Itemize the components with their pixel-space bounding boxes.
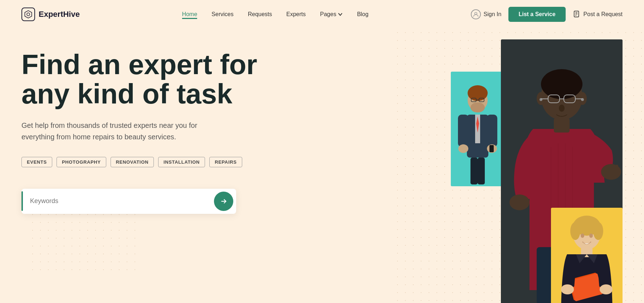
svg-point-10: [470, 102, 485, 112]
svg-rect-42: [615, 165, 618, 172]
nav-pages[interactable]: Pages: [320, 11, 343, 18]
nav-links: Home Services Requests Experts Pages Blo…: [182, 11, 369, 18]
person-yellow-figure: [551, 208, 623, 303]
sign-in-button[interactable]: Sign In: [471, 9, 502, 19]
svg-point-2: [474, 12, 477, 14]
arrow-right-icon: [220, 197, 228, 205]
svg-rect-41: [611, 164, 614, 172]
svg-rect-19: [487, 115, 497, 147]
svg-rect-24: [478, 158, 485, 184]
svg-point-59: [600, 284, 613, 294]
hero-images: [451, 39, 623, 303]
tag-installation[interactable]: INSTALLATION: [158, 157, 205, 167]
svg-rect-22: [489, 145, 494, 152]
svg-point-37: [559, 105, 565, 112]
search-input[interactable]: [23, 197, 214, 205]
hero-title: Find an expert for any kind of task: [21, 50, 301, 109]
hero-content: Find an expert for any kind of task Get …: [21, 50, 301, 214]
svg-point-49: [570, 222, 580, 240]
svg-point-43: [509, 194, 530, 210]
hero-image-tertiary: [551, 208, 623, 303]
document-icon: [573, 10, 581, 18]
person-cyan-figure: [451, 72, 504, 186]
svg-point-20: [458, 144, 468, 153]
svg-point-11: [468, 85, 488, 101]
svg-point-27: [541, 69, 582, 99]
nav-experts[interactable]: Experts: [286, 11, 306, 17]
svg-point-58: [561, 284, 574, 294]
chevron-down-icon: [338, 12, 343, 17]
navbar: ExpertHive Home Services Requests Expert…: [0, 0, 644, 29]
svg-point-51: [581, 234, 584, 238]
tag-repairs[interactable]: REPAIRS: [209, 157, 242, 167]
logo[interactable]: ExpertHive: [21, 8, 80, 21]
nav-requests[interactable]: Requests: [248, 11, 272, 17]
post-request-button[interactable]: Post a Request: [573, 10, 623, 18]
list-service-button[interactable]: List a Service: [508, 7, 565, 22]
search-bar: [21, 189, 236, 214]
hero-image-secondary: [451, 72, 504, 186]
nav-home[interactable]: Home: [182, 11, 197, 19]
logo-text: ExpertHive: [39, 10, 80, 19]
sign-in-icon: [471, 9, 481, 19]
svg-point-50: [593, 222, 603, 240]
svg-rect-40: [606, 165, 609, 172]
svg-rect-18: [458, 115, 469, 147]
tag-photography[interactable]: PHOTOGRAPHY: [57, 157, 106, 167]
svg-marker-0: [25, 11, 31, 18]
hero-tags: EVENTS PHOTOGRAPHY RENOVATION INSTALLATI…: [21, 157, 301, 167]
tag-events[interactable]: EVENTS: [21, 157, 52, 167]
hero-subtitle: Get help from thousands of trusted exper…: [21, 120, 222, 143]
svg-rect-38: [554, 118, 570, 133]
svg-rect-23: [470, 158, 478, 184]
svg-point-52: [589, 234, 593, 238]
logo-icon: [21, 8, 35, 21]
search-button[interactable]: [214, 192, 233, 211]
tag-renovation[interactable]: RENOVATION: [111, 157, 154, 167]
nav-right: Sign In List a Service Post a Request: [471, 7, 623, 22]
nav-blog[interactable]: Blog: [357, 11, 369, 17]
svg-point-1: [27, 13, 30, 16]
nav-services[interactable]: Services: [211, 11, 233, 17]
hero-section: Find an expert for any kind of task Get …: [0, 29, 644, 303]
